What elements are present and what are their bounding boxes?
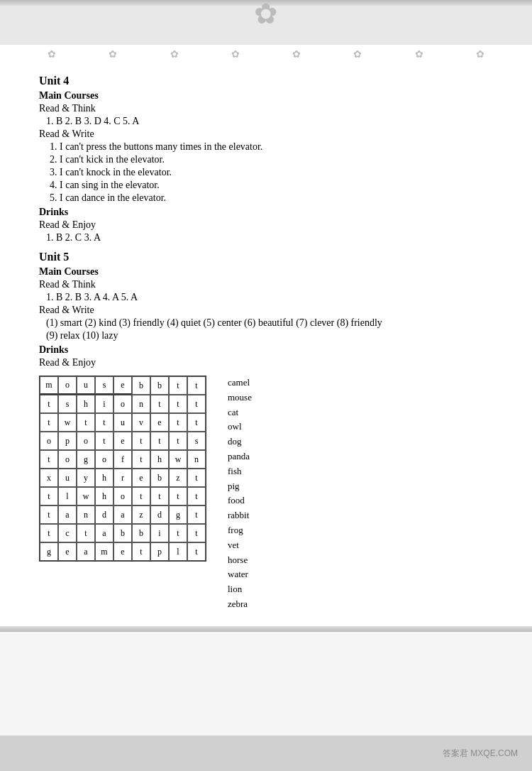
grid-cell-2-7: t xyxy=(169,413,187,432)
grid-cell-8-5: b xyxy=(132,524,150,542)
word-list-item: camel xyxy=(228,376,252,390)
grid-cell-8-6: i xyxy=(150,524,169,542)
grid-cell-6-2: w xyxy=(77,487,95,505)
grid-cell-1-1: s xyxy=(58,395,77,413)
grid-row-0: mousebbtt xyxy=(40,376,206,395)
grid-cell-8-2: t xyxy=(77,524,95,542)
flower-icon-7: ✿ xyxy=(415,48,423,60)
grid-row-6: tlwhotttt xyxy=(40,487,206,505)
grid-cell-2-8: t xyxy=(187,413,206,432)
unit4-drinks-label: Drinks xyxy=(39,207,493,218)
unit4-item-1: 1. I can't press the buttons many times … xyxy=(39,141,493,153)
grid-cell-7-1: a xyxy=(58,505,77,524)
word-list: camelmousecatowldogpandafishpigfoodrabbi… xyxy=(228,376,252,612)
grid-cell-3-8: s xyxy=(187,432,206,450)
grid-cell-2-5: v xyxy=(132,413,150,432)
unit5-read-enjoy-label: Read & Enjoy xyxy=(39,357,493,368)
word-list-item: vet xyxy=(228,538,252,553)
grid-cell-3-4: e xyxy=(113,432,132,450)
grid-cell-3-7: t xyxy=(169,432,187,450)
unit4-item-4: 4. I can sing in the elevator. xyxy=(39,180,493,191)
unit5-title: Unit 5 xyxy=(39,251,493,263)
grid-cell-3-3: t xyxy=(95,432,113,450)
grid-cell-9-6: p xyxy=(150,542,169,561)
word-list-item: horse xyxy=(228,553,252,568)
grid-cell-0-6: b xyxy=(150,376,169,395)
grid-cell-1-3: i xyxy=(95,395,113,413)
grid-cell-8-4: b xyxy=(113,524,132,542)
grid-cell-4-7: w xyxy=(169,450,187,469)
watermark-text: 答案君 MXQE.COM xyxy=(443,748,518,760)
grid-cell-6-1: l xyxy=(58,487,77,505)
word-list-item: frog xyxy=(228,523,252,538)
grid-cell-6-6: t xyxy=(150,487,169,505)
grid-cell-1-6: t xyxy=(150,395,169,413)
grid-cell-9-5: t xyxy=(132,542,150,561)
grid-cell-2-0: t xyxy=(40,413,58,432)
unit4-section: Unit 4 Main Courses Read & Think 1. B 2.… xyxy=(39,75,493,244)
grid-cell-5-3: h xyxy=(95,469,113,487)
grid-cell-2-6: e xyxy=(150,413,169,432)
grid-cell-3-2: o xyxy=(77,432,95,450)
word-list-item: fish xyxy=(228,464,252,479)
grid-cell-4-3: o xyxy=(95,450,113,469)
grid-cell-5-6: b xyxy=(150,469,169,487)
grid-cell-7-3: d xyxy=(95,505,113,524)
grid-cell-7-6: d xyxy=(150,505,169,524)
grid-row-3: opotettts xyxy=(40,432,206,450)
grid-cell-8-7: t xyxy=(169,524,187,542)
grid-cell-8-1: c xyxy=(58,524,77,542)
grid-cell-0-5: b xyxy=(132,376,150,395)
grid-cell-1-7: t xyxy=(169,395,187,413)
grid-row-2: twttuvett xyxy=(40,413,206,432)
word-list-item: water xyxy=(228,567,252,582)
grid-cell-7-0: t xyxy=(40,505,58,524)
grid-cell-0-0: m xyxy=(40,376,58,395)
unit5-drinks-section: Drinks Read & Enjoy xyxy=(39,344,493,368)
grid-cell-1-2: h xyxy=(77,395,95,413)
grid-row-8: tctabbitt xyxy=(40,524,206,542)
grid-cell-7-8: t xyxy=(187,505,206,524)
unit4-item-5: 5. I can dance in the elevator. xyxy=(39,192,493,204)
flower-icon-3: ✿ xyxy=(170,48,179,60)
word-list-item: owl xyxy=(228,420,252,434)
unit4-title: Unit 4 xyxy=(39,75,493,87)
grid-cell-6-7: t xyxy=(169,487,187,505)
word-list-item: pig xyxy=(228,479,252,494)
word-search-section: mousebbtttshionttttwttuvettopotetttstogo… xyxy=(39,376,493,612)
unit5-read-think-label: Read & Think xyxy=(39,279,493,290)
word-list-item: panda xyxy=(228,449,252,464)
unit4-read-think-answers: 1. B 2. B 3. D 4. C 5. A xyxy=(39,116,493,127)
grid-cell-0-4: e xyxy=(113,376,132,395)
main-content: Unit 4 Main Courses Read & Think 1. B 2.… xyxy=(0,64,532,626)
flower-icon-5: ✿ xyxy=(292,48,301,60)
grid-cell-5-0: x xyxy=(40,469,58,487)
grid-cell-4-2: g xyxy=(77,450,95,469)
unit4-drinks-section: Drinks Read & Enjoy 1. B 2. C 3. A xyxy=(39,207,493,244)
grid-cell-3-6: t xyxy=(150,432,169,450)
unit5-read-write-label: Read & Write xyxy=(39,305,493,316)
bottom-bar xyxy=(0,626,532,632)
grid-cell-4-1: o xyxy=(58,450,77,469)
grid-row-5: xuyhrebzt xyxy=(40,469,206,487)
unit5-read-write-answers2: (9) relax (10) lazy xyxy=(39,330,493,341)
unit4-item-3: 3. I can't knock in the elevator. xyxy=(39,167,493,178)
grid-cell-7-7: g xyxy=(169,505,187,524)
grid-cell-0-7: t xyxy=(169,376,187,395)
grid-cell-4-5: t xyxy=(132,450,150,469)
unit5-read-think-answers: 1. B 2. B 3. A 4. A 5. A xyxy=(39,292,493,303)
grid-cell-8-8: t xyxy=(187,524,206,542)
flower-icon-6: ✿ xyxy=(353,48,362,60)
grid-cell-7-2: n xyxy=(77,505,95,524)
unit4-main-courses-label: Main Courses xyxy=(39,90,493,102)
flower-icon-1: ✿ xyxy=(48,48,56,60)
grid-cell-9-7: l xyxy=(169,542,187,561)
grid-cell-5-4: r xyxy=(113,469,132,487)
grid-cell-9-2: a xyxy=(77,542,95,561)
grid-cell-6-4: o xyxy=(113,487,132,505)
grid-cell-0-8: t xyxy=(187,376,206,395)
grid-row-7: tandazdgt xyxy=(40,505,206,524)
grid-cell-5-8: t xyxy=(187,469,206,487)
unit4-read-think-label: Read & Think xyxy=(39,103,493,114)
word-list-item: rabbit xyxy=(228,508,252,523)
